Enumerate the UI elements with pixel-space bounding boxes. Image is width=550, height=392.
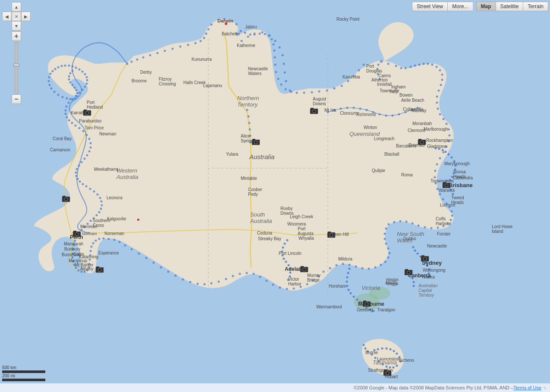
svg-point-121 xyxy=(246,272,248,274)
svg-point-343 xyxy=(417,253,419,255)
svg-point-184 xyxy=(75,175,78,177)
svg-point-20 xyxy=(261,31,264,34)
pan-right-button[interactable]: ▶ xyxy=(21,12,31,21)
svg-point-70 xyxy=(434,170,437,172)
camera-marker-mt-isa[interactable] xyxy=(310,107,318,115)
svg-point-95 xyxy=(385,243,387,245)
terms-of-use-link[interactable]: Terms of Use xyxy=(513,385,541,390)
pan-down-button[interactable]: ▼ xyxy=(12,21,21,31)
svg-point-253 xyxy=(164,50,166,52)
svg-point-363 xyxy=(374,357,377,359)
svg-point-153 xyxy=(84,271,86,273)
svg-point-316 xyxy=(451,157,453,159)
camera-marker-port-hedland[interactable] xyxy=(83,109,91,116)
svg-point-27 xyxy=(285,80,287,82)
camera-marker-brisbane[interactable] xyxy=(442,181,451,189)
bottom-bar: ©2008 Google - Map data ©2008 MapData Sc… xyxy=(0,383,550,392)
svg-point-248 xyxy=(131,61,133,63)
svg-point-267 xyxy=(259,33,261,35)
camera-marker-broome[interactable] xyxy=(62,195,70,203)
zoom-slider-thumb[interactable] xyxy=(13,64,19,66)
svg-point-74 xyxy=(439,193,441,195)
camera-marker-albany[interactable] xyxy=(95,266,104,273)
svg-rect-443 xyxy=(363,301,366,302)
satellite-button[interactable]: Satellite xyxy=(496,2,523,11)
svg-point-161 xyxy=(72,248,74,251)
svg-point-140 xyxy=(113,239,116,241)
scale-ruler-line-mi xyxy=(2,379,45,381)
pan-left-button[interactable]: ◀ xyxy=(2,12,12,21)
svg-point-127 xyxy=(204,283,206,285)
svg-point-141 xyxy=(108,238,110,240)
scale-ruler-km xyxy=(2,370,45,373)
pan-center: ✕ xyxy=(12,12,21,21)
svg-point-258 xyxy=(200,40,202,42)
svg-point-396 xyxy=(76,234,77,235)
svg-point-117 xyxy=(272,284,274,286)
svg-point-173 xyxy=(100,208,102,210)
svg-point-371 xyxy=(365,348,367,350)
svg-point-339 xyxy=(428,273,430,275)
camera-marker-adelaide[interactable] xyxy=(300,265,308,273)
svg-point-379 xyxy=(396,353,398,355)
svg-point-421 xyxy=(446,185,447,186)
svg-point-349 xyxy=(289,276,291,278)
camera-marker-perth[interactable] xyxy=(72,230,81,238)
camera-marker-sydney[interactable] xyxy=(421,254,429,262)
svg-point-213 xyxy=(86,76,88,78)
svg-point-261 xyxy=(207,28,210,31)
svg-point-338 xyxy=(428,269,430,271)
svg-point-317 xyxy=(448,154,450,156)
svg-point-376 xyxy=(386,348,388,350)
svg-point-55 xyxy=(440,84,442,86)
street-view-button[interactable]: Street View xyxy=(412,2,447,11)
svg-point-22 xyxy=(274,40,277,42)
svg-point-335 xyxy=(349,268,351,270)
camera-marker-hobart[interactable] xyxy=(383,369,392,376)
svg-point-357 xyxy=(286,239,289,241)
svg-point-137 xyxy=(131,248,133,251)
zoom-in-button[interactable]: + xyxy=(12,31,21,41)
svg-point-426 xyxy=(424,258,425,259)
map-button[interactable]: Map xyxy=(476,2,496,11)
svg-point-52 xyxy=(439,69,441,72)
svg-point-56 xyxy=(438,90,440,92)
svg-point-78 xyxy=(451,210,453,213)
svg-point-171 xyxy=(96,214,98,216)
svg-point-319 xyxy=(442,149,444,151)
svg-point-217 xyxy=(75,67,77,69)
svg-point-157 xyxy=(73,264,75,266)
svg-point-148 xyxy=(89,254,91,257)
svg-point-187 xyxy=(78,165,80,167)
svg-point-344 xyxy=(414,250,416,252)
svg-point-386 xyxy=(66,199,66,200)
svg-point-375 xyxy=(381,348,383,350)
svg-point-92 xyxy=(385,228,387,230)
terrain-button[interactable]: Terrain xyxy=(523,2,548,11)
zoom-out-button[interactable]: − xyxy=(12,94,21,104)
svg-point-406 xyxy=(314,111,314,112)
svg-point-236 xyxy=(74,97,76,100)
camera-marker-broken-hill[interactable] xyxy=(327,231,336,238)
svg-point-266 xyxy=(254,34,256,36)
svg-point-286 xyxy=(248,116,250,118)
map-container[interactable]: NorthernTerritory WesternAustralia Austr… xyxy=(0,0,550,392)
camera-marker-alice-springs[interactable] xyxy=(251,138,260,146)
zoom-slider-track[interactable] xyxy=(15,42,18,94)
svg-point-370 xyxy=(367,351,369,353)
svg-point-227 xyxy=(48,80,50,82)
pan-up-button[interactable]: ▲ xyxy=(12,2,21,12)
camera-marker-rockhampton[interactable] xyxy=(418,138,426,146)
camera-marker-canberra[interactable] xyxy=(404,268,413,276)
svg-point-332 xyxy=(346,281,348,283)
svg-point-128 xyxy=(197,283,199,285)
more-button[interactable]: More... xyxy=(447,2,472,11)
svg-point-451 xyxy=(387,373,388,373)
svg-point-252 xyxy=(157,52,159,54)
svg-point-215 xyxy=(82,71,84,73)
svg-point-185 xyxy=(75,172,77,174)
svg-point-24 xyxy=(282,54,284,56)
svg-point-36 xyxy=(347,80,349,82)
svg-point-71 xyxy=(434,176,436,179)
camera-marker-melbourne[interactable] xyxy=(362,300,371,307)
